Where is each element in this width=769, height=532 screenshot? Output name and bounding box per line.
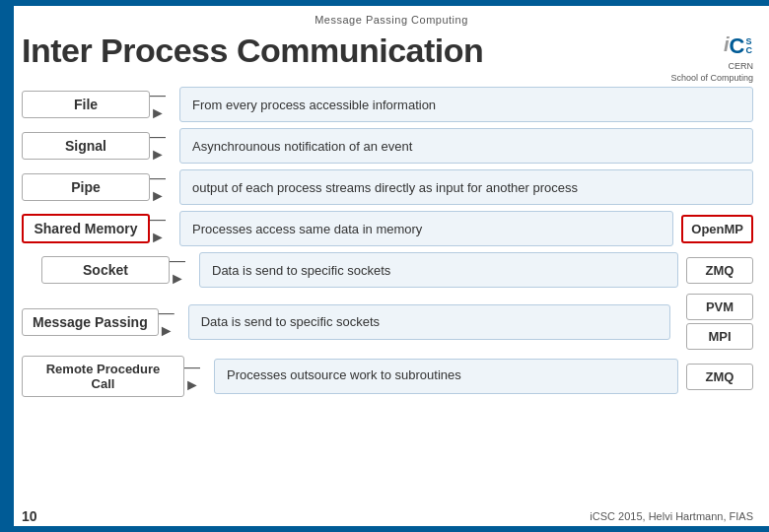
- arrow-message-passing: —►: [159, 304, 188, 340]
- row-message-passing: Message Passing —► Data is send to speci…: [22, 294, 753, 350]
- logo-sc-bottom: C: [746, 46, 753, 55]
- label-file: File: [22, 91, 150, 118]
- tag-mpi: MPI: [686, 323, 753, 350]
- row-shared-memory: Shared Memory —► Processes access same d…: [22, 211, 753, 246]
- tag-zmq-socket: ZMQ: [686, 257, 753, 284]
- row-rpc: Remote Procedure Call —► Processes outso…: [22, 356, 753, 397]
- logo-c1: C: [730, 33, 745, 59]
- desc-shared-memory: Processes access same data in memory: [179, 211, 673, 246]
- row-pipe: Pipe —► output of each process streams d…: [22, 169, 753, 205]
- desc-socket: Data is send to specific sockets: [199, 252, 678, 288]
- footer: 10 iCSC 2015, Helvi Hartmann, FIAS: [22, 508, 753, 524]
- arrow-shared-memory: —►: [150, 211, 179, 246]
- label-pipe: Pipe: [22, 173, 150, 201]
- arrow-file: —►: [150, 87, 179, 122]
- arrow-signal: —►: [150, 128, 179, 164]
- footer-number: 10: [22, 508, 37, 524]
- label-signal: Signal: [22, 132, 150, 160]
- desc-rpc: Processes outsource work to subroutines: [214, 359, 678, 394]
- header: Message Passing Computing: [14, 6, 769, 33]
- content: File —► From every process accessible in…: [22, 87, 753, 502]
- label-message-passing: Message Passing: [22, 308, 159, 336]
- tags-message-passing: PVM MPI: [678, 294, 753, 350]
- desc-file: From every process accessible informatio…: [179, 87, 753, 122]
- tag-openmp: OpenMP: [681, 215, 753, 243]
- tag-pvm: PVM: [686, 294, 753, 320]
- left-bar: [0, 0, 14, 532]
- row-file: File —► From every process accessible in…: [22, 87, 753, 122]
- desc-signal: Asynchrounous notification of an event: [179, 128, 753, 164]
- tag-zmq-rpc: ZMQ: [686, 364, 753, 390]
- arrow-rpc: —►: [184, 359, 214, 394]
- bottom-bar: [0, 526, 769, 532]
- label-socket: Socket: [41, 256, 170, 284]
- row-signal: Signal —► Asynchrounous notification of …: [22, 128, 753, 164]
- main-title: Inter Process Communication: [22, 32, 483, 70]
- logo-area: i C S C CERN School of Computing: [655, 32, 753, 86]
- arrow-socket: —►: [170, 252, 199, 288]
- label-rpc: Remote Procedure Call: [22, 356, 184, 397]
- desc-pipe: output of each process streams directly …: [179, 169, 753, 205]
- logo-cern: CERN School of Computing: [670, 61, 753, 84]
- desc-message-passing: Data is send to specific sockets: [188, 304, 670, 340]
- footer-reference: iCSC 2015, Helvi Hartmann, FIAS: [590, 510, 753, 522]
- label-shared-memory: Shared Memory: [22, 214, 150, 243]
- arrow-pipe: —►: [150, 169, 179, 205]
- header-title: Message Passing Computing: [315, 14, 468, 26]
- row-socket: Socket —► Data is send to specific socke…: [41, 252, 753, 288]
